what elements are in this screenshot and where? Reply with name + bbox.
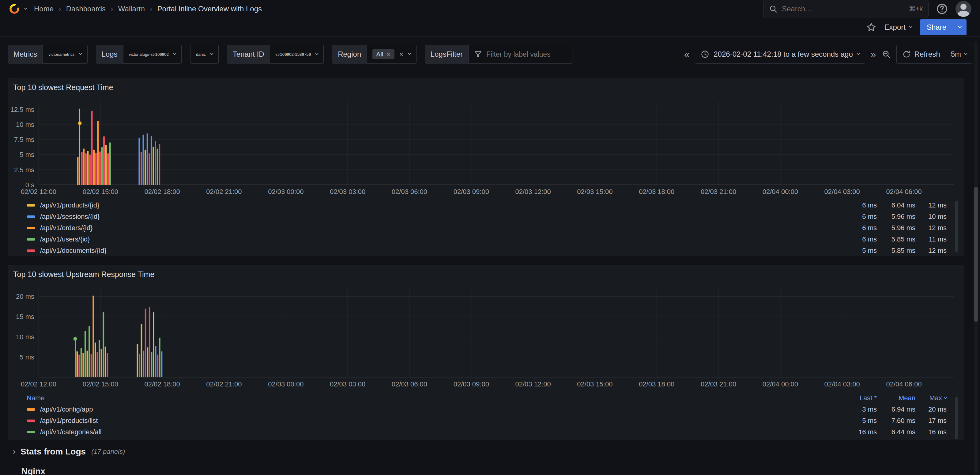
export-label: Export [885,23,905,32]
svg-text:02/03 03:00: 02/03 03:00 [330,380,365,388]
series-color-swatch[interactable] [27,215,35,218]
series-color-swatch[interactable] [27,204,35,207]
logsfilter-input[interactable] [486,50,566,59]
service-value: danic [196,52,206,57]
panel-title[interactable]: Top 10 slowest Upstream Response Time [13,270,154,279]
series-name[interactable]: /api/v1/users/{id} [40,235,90,243]
region-select[interactable]: All × × [367,45,416,64]
region-tag-remove-icon[interactable]: × [387,51,391,58]
series-value: 6 ms [831,235,877,243]
zoom-out-icon[interactable] [882,49,891,59]
share-button-group: Share [920,19,967,35]
grafana-app: Home›Dashboards›Wallarm›Portal Inline Ov… [0,0,980,475]
legend-row: /api/v1/sessions/{id}6 ms5.96 ms10 ms [8,211,963,222]
service-select[interactable]: danic [190,45,219,64]
page-scrollbar-thumb[interactable] [974,187,978,322]
region-variable: Region All × × [332,45,416,64]
series-color-swatch[interactable] [27,408,35,411]
svg-text:02/03 12:00: 02/03 12:00 [515,380,550,388]
region-tag: All × [372,49,394,59]
grafana-logo-icon[interactable] [9,3,20,15]
legend-scrollbar[interactable] [955,397,958,440]
variables-toolbar: Metrics victoriametrics Logs victorialog… [0,37,980,74]
series-name[interactable]: /api/v1/orders/{id} [40,224,92,232]
svg-text:20 ms: 20 ms [16,293,34,300]
timeseries-chart[interactable]: 02/02 12:0002/02 15:0002/02 18:0002/02 2… [10,282,962,394]
breadcrumb-item[interactable]: Wallarm [118,5,145,13]
svg-text:02/02 12:00: 02/02 12:00 [21,380,56,388]
star-icon[interactable] [866,22,877,32]
timeseries-chart[interactable]: 02/02 12:0002/02 15:0002/02 18:0002/02 2… [10,95,962,201]
series-color-swatch[interactable] [27,419,35,422]
share-button[interactable]: Share [920,19,953,35]
svg-text:0 s: 0 s [25,181,34,189]
chevron-down-icon [964,52,967,55]
series-name[interactable]: /api/v1/documents/{id} [40,247,106,255]
breadcrumb: Home›Dashboards›Wallarm›Portal Inline Ov… [34,4,262,14]
region-tag-label: All [376,51,383,58]
series-value: 5 ms [831,417,877,425]
logsfilter-variable: LogsFilter [425,45,573,64]
tenant-variable: Tenant ID st-106902-1539756 [227,45,324,64]
series-name[interactable]: /api/v1/sessions/{id} [40,213,100,221]
panel-title[interactable]: Top 10 slowest Request Time [13,83,113,92]
series-value: 12 ms [915,247,947,255]
series-value: 5.96 ms [877,224,915,232]
user-avatar[interactable] [956,1,971,17]
legend-header-col[interactable]: Max [915,394,947,402]
breadcrumb-item: Portal Inline Overview with Logs [158,5,262,13]
series-name[interactable]: /api/v1/categories/all [40,428,102,436]
svg-text:02/03 15:00: 02/03 15:00 [577,188,612,196]
series-name[interactable]: /api/v1/products/list [40,417,98,425]
tenant-select[interactable]: st-106902-1539756 [270,45,324,64]
tenant-value: st-106902-1539756 [275,52,311,57]
breadcrumb-item[interactable]: Dashboards [66,5,106,13]
series-name[interactable]: /api/v1/config/app [40,405,93,413]
time-range-picker[interactable]: 2026-02-02 11:42:18 to a few seconds ago [695,45,865,64]
export-button[interactable]: Export [885,23,912,32]
legend-header: NameLast *MeanMax [8,392,963,403]
service-variable: danic [190,45,219,64]
svg-text:02/02 18:00: 02/02 18:00 [145,380,180,388]
time-shift-forward-button[interactable]: » [871,49,876,59]
series-value: 5.85 ms [877,247,915,255]
share-menu-button[interactable] [953,19,967,35]
page-scrollbar[interactable] [974,41,978,474]
legend-header-col[interactable]: Mean [877,394,915,402]
series-color-swatch[interactable] [27,238,35,241]
legend-scrollbar[interactable] [955,201,958,252]
svg-text:02/03 06:00: 02/03 06:00 [392,188,427,196]
global-search[interactable]: ⌘+k [763,0,929,18]
series-name[interactable]: /api/v1/products/{id} [40,201,99,209]
refresh-interval-select[interactable]: 5m [946,45,972,64]
logs-select[interactable]: victorialogs-st-106902 [123,45,181,64]
series-value: 6.04 ms [877,201,915,209]
series-value: 5.96 ms [877,213,915,221]
svg-text:15 ms: 15 ms [16,313,34,320]
chart-legend: /api/v1/products/{id}6 ms6.04 ms12 ms/ap… [8,199,963,256]
series-color-swatch[interactable] [27,431,35,433]
metrics-select[interactable]: victoriametrics [43,45,87,64]
org-switcher-caret-icon[interactable] [24,6,27,10]
refresh-button[interactable]: Refresh [897,45,946,64]
svg-text:12.5 ms: 12.5 ms [10,106,34,113]
region-clear-icon[interactable]: × [399,51,404,58]
search-shortcut: ⌘+k [908,5,923,13]
search-input[interactable] [782,5,904,13]
svg-text:02/03 21:00: 02/03 21:00 [701,380,736,388]
legend-header-name[interactable]: Name [27,394,45,402]
legend-header-col[interactable]: Last * [831,394,877,402]
series-value: 5.85 ms [877,235,915,243]
svg-text:02/04 00:00: 02/04 00:00 [762,188,798,196]
series-value: 6 ms [831,224,877,232]
series-color-swatch[interactable] [27,227,35,229]
help-icon[interactable] [936,3,948,15]
svg-text:02/03 03:00: 02/03 03:00 [330,188,365,196]
series-value: 16 ms [915,428,947,436]
breadcrumb-item[interactable]: Home [34,5,54,13]
row-stats-from-logs[interactable]: Stats from Logs (17 panels) [8,444,125,460]
chevron-down-icon [857,52,860,55]
series-color-swatch[interactable] [27,249,35,252]
time-shift-back-button[interactable]: « [684,49,689,59]
svg-text:02/03 21:00: 02/03 21:00 [701,188,736,196]
